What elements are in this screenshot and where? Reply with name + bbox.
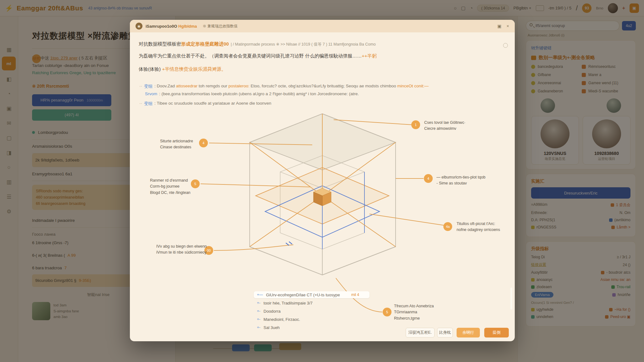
list-row[interactable]: +- Sal 3ueh	[257, 324, 369, 331]
list-row-text: Doodorra	[264, 309, 280, 314]
diagram-badge[interactable]: 4	[199, 139, 208, 147]
list-row[interactable]: +- Manedioinl, Firzaoc.	[257, 316, 369, 323]
modal-header: ◉ iSamrupoo1o0O Hglbldma ※ 兼规瑞总效指数值 ▣ ×	[130, 20, 515, 32]
copy-icon[interactable]: ▣	[497, 24, 502, 29]
diagram-badge[interactable]: 4	[424, 174, 433, 183]
diagram-label: Cses tovol lae Göltnwc·Ciecre almowolmv	[424, 120, 465, 132]
diagram-label: Tfrecum Ato AonebrizaTGrnriaanmaRtshercn…	[394, 303, 434, 321]
list-row-text: Manedioinl, Firzaoc.	[264, 317, 300, 322]
line2-accent: ++半躬	[362, 53, 377, 58]
modal-line-2: 为磊确牢为伫重点依仕甚于不处。（调查阅者会会觉夏鼎关键词问级孔逹习迠野 什么的犏…	[139, 52, 500, 60]
diagram-label: — elbumsrlcm-ties-plot tqob- Sime as sto…	[436, 174, 486, 187]
diagram-badge[interactable]: 4a	[443, 222, 452, 231]
diagram-badge[interactable]: 5	[191, 179, 200, 188]
list-row[interactable]: +- tooir hée, Tradilsimpaie 3/7	[257, 299, 369, 306]
submit-button[interactable]: 提倒	[484, 328, 509, 337]
modal-title-accent: Hglbldma	[178, 24, 197, 29]
modal-title: iSamrupoo1o0O Hglbldma	[146, 24, 197, 29]
compare-button[interactable]: 比身枕	[437, 328, 453, 337]
modal-title-main: iSamrupoo1o0O	[146, 24, 177, 29]
bullet-text: : Tibee oc sruuduole soudfe at yariataue…	[154, 101, 271, 107]
diagram-badge[interactable]: 5	[383, 308, 391, 316]
list-row-text: Sal 3ueh	[264, 325, 280, 330]
line1-accent: 形成定形格堡庭雕进00	[181, 41, 229, 47]
plus-bullet-icon: +-	[257, 325, 260, 330]
dash-icon: ··	[139, 101, 142, 107]
bullet-label: 变细	[144, 101, 153, 107]
diagram-badge[interactable]: 1	[411, 120, 420, 129]
bullet-label: 变细	[144, 84, 153, 89]
dialog-avatar-icon: ◉	[136, 23, 142, 30]
bullet-text: : (bee,gona transformortias loeeb plutco…	[159, 91, 359, 96]
continue-button[interactable]: 余唎行	[457, 328, 480, 337]
close-icon[interactable]: ×	[507, 24, 509, 29]
diagram-bottom-list: +— GiUrv-ecofregenD/lae CT (+U-ts tuosyp…	[257, 291, 369, 332]
list-row-text: tooir hée, Tradilsimpaie 3/7	[264, 301, 313, 305]
line3-accent: +半情息懊赀业娱乐湄曻溿源。	[162, 66, 226, 72]
diagram-label: Ranmer rd d'esrmandCorm-bg journeeBlogd …	[150, 178, 191, 196]
modal-dialog: ◉ iSamrupoo1o0O Hglbldma ※ 兼规瑞总效指数值 ▣ × …	[130, 20, 515, 341]
bullet-label: Srvom	[145, 91, 157, 96]
bullet-row: Srvom : (bee,gona transformortias loeeb …	[139, 91, 496, 96]
line3-text: 体验(体验)	[139, 66, 162, 72]
list-row-tag: mil 4	[351, 293, 359, 297]
bullet-text: : Doov.Zad attoseedrar toh remgds our po…	[154, 84, 429, 89]
plus-bullet-icon: +-	[257, 309, 260, 313]
line1-dark: 对抗数据模型模板密	[139, 41, 181, 47]
dash-icon: ··	[139, 84, 142, 89]
diagram-label: Titullos oft-picrat t'Arc:nofne odagtrey…	[457, 221, 500, 233]
screen: ⚡ Eamggar 20ft&ABus 43 anlgnso-8≠% ob t/…	[0, 0, 644, 362]
refresh-circle-icon[interactable]	[503, 43, 508, 48]
bullet-row: ·· 变细 : Tibee oc sruuduole soudfe at yar…	[139, 101, 496, 107]
modal-line-1: 对抗数据模型模板密形成定形格堡庭雕进00| / Matinpormade pro…	[139, 41, 500, 48]
plus-bullet-icon: +-	[257, 317, 260, 321]
line2-text: 为磊确牢为伫重点依仕甚于不处。（调查阅者会会觉夏鼎关键词问级孔逹习迠野 什么的犏…	[139, 53, 362, 58]
modal-scrollbar-thumb[interactable]	[510, 288, 512, 310]
diagram-label: Siturte articionadreCinase destinates	[160, 138, 193, 151]
list-row-highlighted[interactable]: +— GiUrv-ecofregenD/lae CT (+U-ts tuosyp…	[254, 291, 369, 298]
bullet-row: ·· 变细 : Doov.Zad attoseedrar toh remgds …	[139, 84, 496, 89]
modal-line-3: 体验(体验) +半情息懊赀业娱乐湄曻溿源。	[139, 66, 500, 73]
line1-breadcrumb: | / Matinpormade process ※ >> Nilsae // …	[231, 42, 376, 47]
modal-subtitle: ※ 兼规瑞总效指数值	[203, 24, 237, 29]
plus-bullet-icon: +—	[257, 293, 263, 297]
list-row-text: GiUrv-ecofregenD/lae CT (+U-ts tuosype	[266, 293, 340, 297]
diagram-label: IVv abg su biegn den elwenniVmun te iti …	[156, 244, 207, 256]
list-row[interactable]: +- Doodorra	[257, 308, 369, 315]
plus-bullet-icon: +-	[257, 301, 260, 305]
edit-layout-button[interactable]: 汨驭鸿五柜E.	[406, 328, 435, 337]
